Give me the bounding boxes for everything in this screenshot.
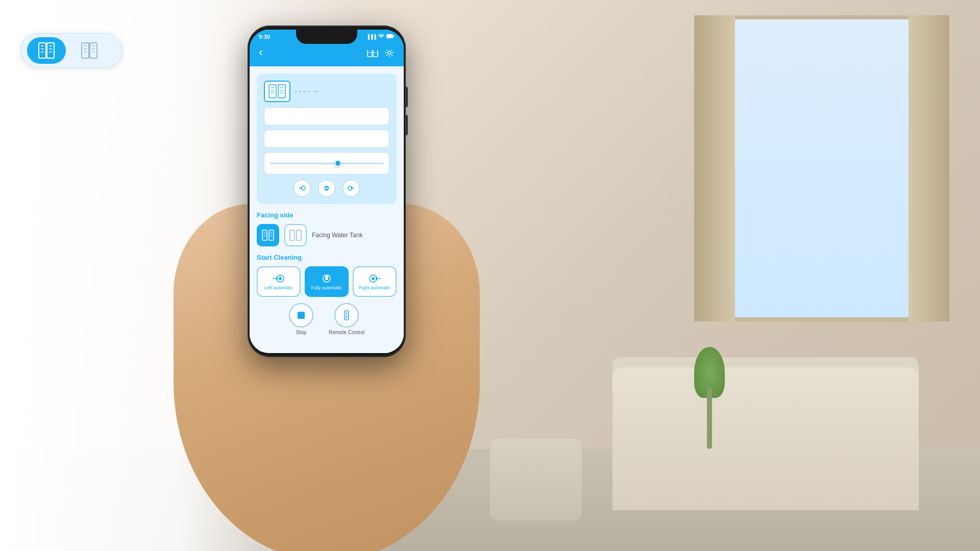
status-time: 9:30 xyxy=(259,34,270,40)
window xyxy=(715,15,929,321)
curtain-left xyxy=(694,15,735,321)
stop-icon-circle xyxy=(289,303,313,328)
facing-btn-2[interactable] xyxy=(284,224,307,246)
svg-point-22 xyxy=(388,51,391,54)
svg-rect-8 xyxy=(82,43,89,58)
facing-row: Facing Water Tank xyxy=(257,224,397,246)
svg-rect-17 xyxy=(394,35,395,37)
svg-point-51 xyxy=(279,277,282,280)
svg-point-58 xyxy=(372,277,375,280)
status-icons: ▐▐▐ xyxy=(366,34,395,40)
clean-btn-left-label: Left automatic xyxy=(264,285,293,290)
viz-btn-right[interactable] xyxy=(342,180,360,197)
clean-btn-left[interactable]: Left automatic xyxy=(257,266,301,297)
sofa xyxy=(612,367,919,510)
phone-notch xyxy=(296,30,357,44)
door-icon-2 xyxy=(80,41,99,60)
viz-btn-center[interactable] xyxy=(318,180,335,197)
svg-rect-40 xyxy=(262,230,267,240)
viz-device-row: - - - - → xyxy=(264,81,389,102)
mode-toggle[interactable] xyxy=(20,33,122,68)
plant xyxy=(694,347,725,449)
door-icon-1 xyxy=(37,41,56,60)
svg-rect-23 xyxy=(269,85,276,98)
clean-btn-right-label: Right automatic xyxy=(359,285,391,290)
app-content: - - - - → xyxy=(250,66,404,353)
toggle-option-2[interactable] xyxy=(70,37,109,64)
volume-down-button[interactable] xyxy=(406,115,408,135)
svg-rect-4 xyxy=(47,43,54,58)
svg-rect-61 xyxy=(298,312,305,319)
viz-control-buttons xyxy=(264,180,389,197)
viz-btn-left[interactable] xyxy=(293,180,311,197)
svg-rect-48 xyxy=(290,230,295,240)
remote-icon-circle xyxy=(334,303,359,328)
stop-label: Stop xyxy=(296,330,307,335)
svg-rect-16 xyxy=(386,34,393,38)
phone-screen: 9:30 ▐▐▐ ‹ xyxy=(250,30,404,353)
viz-row-1 xyxy=(264,107,389,126)
svg-marker-52 xyxy=(275,277,278,281)
facing-btn-1[interactable] xyxy=(257,224,279,246)
ottoman xyxy=(490,439,582,520)
svg-marker-59 xyxy=(376,277,378,281)
svg-point-55 xyxy=(325,277,328,280)
stop-action[interactable]: Stop xyxy=(289,303,313,335)
start-cleaning-title: Start Cleaning xyxy=(257,254,397,261)
remote-control-label: Remote Control xyxy=(329,330,364,335)
slider-track xyxy=(270,163,384,164)
remote-control-action[interactable]: Remote Control xyxy=(329,303,364,335)
svg-point-63 xyxy=(346,313,348,314)
viz-area: - - - - → xyxy=(257,73,397,204)
device-icon-box xyxy=(264,81,290,102)
wifi-icon xyxy=(378,34,384,40)
clean-btn-right[interactable]: Right automatic xyxy=(353,266,397,297)
cleaning-buttons-row: Left automatic Fully automatic xyxy=(257,266,397,297)
svg-rect-64 xyxy=(346,315,348,316)
facing-side-title: Facing side xyxy=(257,211,397,219)
facing-label: Facing Water Tank xyxy=(312,232,362,239)
svg-rect-65 xyxy=(346,317,348,318)
signal-icon: ▐▐▐ xyxy=(366,34,376,39)
volume-up-button[interactable] xyxy=(406,87,408,107)
svg-marker-56 xyxy=(325,274,329,277)
svg-rect-49 xyxy=(297,230,301,240)
svg-rect-27 xyxy=(278,85,285,98)
arrow-right-icon: - - - - → xyxy=(295,87,319,95)
curtain-right xyxy=(909,15,949,321)
phone-container: 9:30 ▐▐▐ ‹ xyxy=(194,0,459,551)
bottom-actions: Stop Remote Control xyxy=(257,303,397,335)
phone: 9:30 ▐▐▐ ‹ xyxy=(248,26,406,357)
slider-thumb[interactable] xyxy=(334,160,341,167)
svg-rect-0 xyxy=(39,43,46,58)
svg-rect-12 xyxy=(90,43,97,58)
clean-btn-center[interactable]: Fully automatic xyxy=(305,266,349,297)
toggle-option-1[interactable] xyxy=(27,37,66,64)
svg-rect-44 xyxy=(269,230,274,240)
battery-icon xyxy=(386,34,395,40)
viz-slider-row[interactable] xyxy=(264,152,389,174)
clean-btn-center-label: Fully automatic xyxy=(311,285,342,290)
viz-row-2 xyxy=(264,130,389,148)
